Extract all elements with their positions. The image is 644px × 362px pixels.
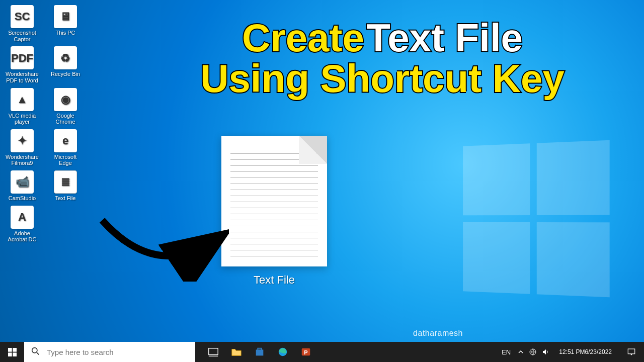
headline-word: Text File	[366, 16, 523, 60]
desktop-icon-wondershare-pdf-to-word[interactable]: PDFWondershare PDF to Word	[3, 45, 41, 84]
desktop-icon-chrome[interactable]: ◉Google Chrome	[46, 87, 85, 126]
screenshot-captor-icon: SC	[11, 5, 34, 28]
svg-point-4	[32, 347, 37, 352]
desktop-icon-acrobat[interactable]: AAdobe Acrobat DC	[3, 205, 41, 244]
svg-rect-9	[258, 348, 261, 350]
search-icon	[31, 347, 40, 357]
icon-row: 📹CamStudio≣Text File	[3, 169, 85, 203]
chrome-icon: ◉	[54, 88, 77, 111]
text-file-icon: ≣	[54, 170, 77, 194]
icon-label: Wondershare PDF to Word	[4, 71, 40, 83]
desktop-icon-this-pc[interactable]: 🖥This PC	[46, 4, 85, 43]
filmora9-icon: ✦	[11, 129, 34, 152]
edge-icon: e	[54, 129, 77, 152]
edge-icon	[277, 346, 288, 357]
action-center-button[interactable]	[621, 342, 642, 362]
powerpoint-icon: P	[300, 346, 311, 357]
icon-row: AAdobe Acrobat DC	[3, 205, 85, 244]
icon-label: Wondershare Filmora9	[4, 154, 40, 166]
icon-label: Recycle Bin	[47, 71, 84, 77]
desktop-icon-text-file[interactable]: ≣Text File	[46, 169, 85, 203]
desktop-icons: SCScreenshot Captor🖥This PC PDFWondersha…	[3, 4, 85, 244]
task-view-icon	[208, 346, 219, 357]
powerpoint-button[interactable]: P	[295, 342, 317, 362]
taskbar: Type here to search P EN 12:51 PM	[0, 342, 644, 362]
clock[interactable]: 12:51 PM 6/23/2022	[555, 342, 616, 362]
icon-label: Microsoft Edge	[47, 154, 84, 166]
svg-text:P: P	[304, 349, 307, 355]
big-text-file-graphic: Text File	[221, 136, 327, 287]
folder-icon	[231, 346, 242, 357]
notification-icon	[627, 347, 636, 356]
vlc-icon: ▲	[11, 88, 34, 111]
desktop-icon-filmora9[interactable]: ✦Wondershare Filmora9	[3, 128, 41, 167]
tray-chevron-up-icon[interactable]	[518, 342, 524, 362]
icon-label: VLC media player	[4, 113, 40, 125]
document-icon	[221, 136, 327, 266]
recycle-bin-icon: ♻	[54, 46, 77, 69]
this-pc-icon: 🖥	[54, 5, 77, 28]
svg-rect-6	[209, 348, 218, 355]
headline-word: Create	[242, 16, 364, 60]
icon-label: CamStudio	[4, 195, 40, 202]
big-file-caption: Text File	[221, 274, 327, 287]
system-tray: EN 12:51 PM 6/23/2022	[500, 342, 644, 362]
language-indicator[interactable]: EN	[500, 342, 513, 362]
windows-logo-bg	[463, 140, 610, 298]
microsoft-store-button[interactable]	[249, 342, 271, 362]
icon-label: Text File	[47, 195, 84, 202]
icon-row: ▲VLC media player◉Google Chrome	[3, 87, 85, 126]
desktop-icon-vlc[interactable]: ▲VLC media player	[3, 87, 41, 126]
desktop-icon-edge[interactable]: eMicrosoft Edge	[46, 128, 85, 167]
desktop[interactable]: SCScreenshot Captor🖥This PC PDFWondersha…	[0, 0, 644, 342]
icon-label: Google Chrome	[47, 113, 84, 125]
watermark: datharamesh	[413, 329, 463, 338]
headline-overlay: Create Text File Using Shortcut Key	[166, 15, 599, 102]
search-placeholder: Type here to search	[47, 348, 114, 356]
svg-rect-1	[13, 348, 17, 352]
icon-label: This PC	[47, 30, 84, 36]
acrobat-icon: A	[11, 206, 34, 229]
icon-row: ✦Wondershare Filmora9eMicrosoft Edge	[3, 128, 85, 167]
date-text: 6/23/2022	[585, 348, 612, 355]
svg-rect-2	[8, 352, 12, 356]
edge-button[interactable]	[272, 342, 294, 362]
camstudio-icon: 📹	[11, 170, 34, 194]
volume-icon[interactable]	[542, 342, 550, 362]
start-button[interactable]	[0, 342, 24, 362]
icon-label: Adobe Acrobat DC	[4, 230, 40, 243]
svg-rect-0	[8, 348, 12, 352]
desktop-icon-camstudio[interactable]: 📹CamStudio	[3, 169, 41, 203]
time-text: 12:51 PM	[559, 348, 585, 355]
desktop-icon-screenshot-captor[interactable]: SCScreenshot Captor	[3, 4, 41, 43]
search-input[interactable]: Type here to search	[24, 342, 195, 362]
svg-rect-14	[628, 349, 635, 354]
desktop-icon-recycle-bin[interactable]: ♻Recycle Bin	[46, 45, 85, 84]
icon-label: Screenshot Captor	[4, 30, 40, 42]
svg-rect-3	[13, 352, 17, 356]
arrow-icon	[98, 216, 229, 282]
store-icon	[254, 346, 265, 357]
wondershare-pdf-to-word-icon: PDF	[11, 46, 34, 69]
file-explorer-button[interactable]	[225, 342, 248, 362]
network-icon[interactable]	[529, 342, 537, 362]
icon-row: PDFWondershare PDF to Word♻Recycle Bin	[3, 45, 85, 84]
windows-icon	[8, 348, 17, 356]
svg-line-5	[37, 352, 39, 354]
task-view-button[interactable]	[202, 342, 224, 362]
taskbar-pinned: P	[202, 342, 317, 362]
headline-word: Using Shortcut Key	[200, 56, 565, 101]
icon-row: SCScreenshot Captor🖥This PC	[3, 4, 85, 43]
